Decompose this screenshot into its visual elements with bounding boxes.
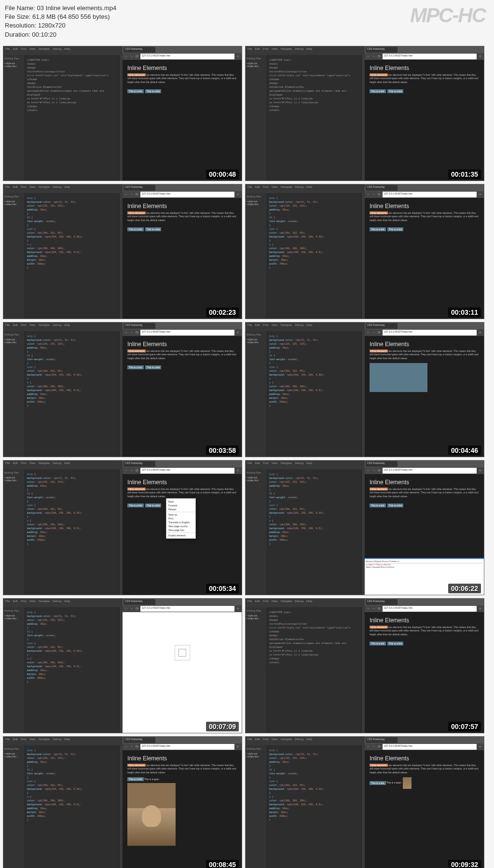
inline-link[interactable]: This is a link	[370, 89, 386, 93]
editor-sidebar[interactable]: Working Files• style.css• index.htm	[3, 607, 25, 733]
inline-link[interactable]: This is a link	[145, 227, 162, 231]
menu-item[interactable]: Help	[64, 462, 70, 468]
forward-icon[interactable]: →	[130, 745, 134, 749]
browser-tab[interactable]: CSS Positioning	[366, 461, 398, 467]
browser-tab[interactable]: CSS Positioning	[366, 737, 398, 743]
browser-tabbar[interactable]: CSS Positioning	[365, 599, 484, 605]
menu-icon[interactable]: ≡	[236, 469, 240, 473]
menu-icon[interactable]: ≡	[236, 55, 240, 58]
menu-item[interactable]: Help	[64, 600, 70, 606]
reload-icon[interactable]: ⟳	[135, 469, 139, 473]
inline-link[interactable]: This is a link	[370, 642, 386, 645]
menu-item[interactable]: Navigate	[39, 462, 50, 468]
menu-item[interactable]: Find	[21, 185, 27, 192]
editor-sidebar[interactable]: Working Files• style.css• index.htm	[3, 469, 25, 595]
reload-icon[interactable]: ⟳	[377, 607, 381, 611]
menu-item[interactable]: Debug	[295, 462, 303, 468]
browser-tabbar[interactable]: CSS Positioning	[365, 322, 484, 329]
browser-tabbar[interactable]: CSS Positioning	[365, 737, 484, 743]
menu-icon[interactable]: ≡	[478, 193, 482, 196]
browser-tab[interactable]: CSS Positioning	[366, 185, 398, 191]
url-field[interactable]: 127.0.0.1:54157/index.htm	[140, 54, 234, 59]
context-menu-item[interactable]: Forward	[166, 504, 195, 507]
menu-item[interactable]: Help	[306, 323, 312, 330]
inline-link[interactable]: This is a link	[145, 89, 162, 93]
forward-icon[interactable]: →	[130, 469, 134, 473]
browser-tab[interactable]: CSS Positioning	[366, 47, 398, 53]
reload-icon[interactable]: ⟳	[135, 607, 139, 611]
menu-item[interactable]: File	[5, 462, 10, 468]
editor-sidebar[interactable]: Working Files• style.css• index.htm	[3, 745, 25, 868]
menu-item[interactable]: Help	[64, 323, 70, 330]
inline-link[interactable]: This is a link	[370, 781, 386, 785]
editor-sidebar[interactable]: Working Files• style.css• index.htm	[246, 607, 267, 733]
reload-icon[interactable]: ⟳	[377, 193, 381, 196]
menu-item[interactable]: Debug	[53, 738, 61, 744]
menu-item[interactable]: Debug	[295, 185, 303, 192]
browser-tab[interactable]: CSS Positioning	[124, 185, 155, 191]
code-area[interactable]: <!DOCTYPE html><html> <head> <title>Posi…	[267, 55, 361, 181]
menu-item[interactable]: File	[5, 600, 10, 606]
menu-item[interactable]: Debug	[295, 738, 303, 744]
menu-item[interactable]: View	[29, 738, 36, 744]
menu-item[interactable]: Find	[263, 462, 269, 468]
menu-item[interactable]: File	[247, 323, 252, 330]
inline-link[interactable]: This is a link	[127, 227, 144, 231]
inline-link[interactable]: This is a link	[370, 504, 386, 507]
menu-item[interactable]: Find	[21, 462, 27, 468]
browser-tab[interactable]: CSS Positioning	[124, 737, 155, 743]
inline-link[interactable]: This is a link	[145, 504, 162, 507]
url-field[interactable]: 127.0.0.1:54157/index.htm	[383, 744, 477, 750]
url-field[interactable]: 127.0.0.1:54157/index.htm	[383, 606, 477, 612]
menu-item[interactable]: Help	[306, 600, 312, 606]
editor-menubar[interactable]: FileEditFindViewNavigateDebugHelp	[246, 461, 365, 469]
code-area[interactable]: body { background-color: rgb(51, 51, 51)…	[25, 469, 119, 595]
menu-item[interactable]: Edit	[255, 600, 260, 606]
back-icon[interactable]: ←	[124, 745, 128, 749]
back-icon[interactable]: ←	[124, 55, 128, 58]
menu-item[interactable]: Navigate	[39, 47, 50, 54]
menu-item[interactable]: Edit	[13, 47, 18, 54]
editor-menubar[interactable]: FileEditFindViewNavigateDebugHelp	[3, 322, 123, 331]
browser-tab[interactable]: CSS Positioning	[124, 323, 155, 329]
forward-icon[interactable]: →	[372, 469, 376, 473]
inline-link[interactable]: This is a link	[127, 89, 144, 93]
browser-tab[interactable]: CSS Positioning	[124, 47, 155, 53]
inline-link[interactable]: This is a link	[127, 777, 144, 781]
menu-item[interactable]: Find	[21, 600, 27, 606]
menu-item[interactable]: Help	[64, 185, 70, 192]
forward-icon[interactable]: →	[372, 193, 376, 196]
code-area[interactable]: body { background-color: rgb(51, 51, 51)…	[267, 745, 361, 868]
url-field[interactable]: 127.0.0.1:54157/index.htm	[383, 468, 477, 474]
forward-icon[interactable]: →	[372, 55, 376, 58]
editor-sidebar[interactable]: Working Files• style.css• index.htm	[246, 469, 267, 595]
menu-item[interactable]: Help	[306, 738, 312, 744]
browser-tabbar[interactable]: CSS Positioning	[123, 599, 242, 605]
url-field[interactable]: 127.0.0.1:54157/index.htm	[140, 468, 234, 474]
browser-tab[interactable]: CSS Positioning	[366, 599, 398, 605]
reload-icon[interactable]: ⟳	[135, 193, 139, 196]
browser-tab[interactable]: CSS Positioning	[124, 461, 155, 467]
menu-item[interactable]: Navigate	[281, 185, 292, 192]
menu-icon[interactable]: ≡	[236, 607, 240, 611]
back-icon[interactable]: ←	[367, 745, 370, 749]
menu-item[interactable]: File	[247, 185, 252, 192]
menu-item[interactable]: Edit	[255, 47, 260, 54]
context-menu-item[interactable]: Back	[166, 500, 195, 504]
menu-item[interactable]: View	[272, 738, 278, 744]
menu-item[interactable]: View	[272, 600, 278, 606]
browser-tabbar[interactable]: CSS Positioning	[123, 737, 242, 743]
code-area[interactable]: body { background-color: rgb(51, 51, 51)…	[267, 331, 361, 457]
editor-menubar[interactable]: FileEditFindViewNavigateDebugHelp	[246, 599, 365, 607]
forward-icon[interactable]: →	[372, 331, 376, 335]
reload-icon[interactable]: ⟳	[377, 469, 381, 473]
menu-item[interactable]: File	[247, 600, 252, 606]
menu-item[interactable]: Debug	[295, 323, 303, 330]
context-menu-item[interactable]: Save as...	[166, 513, 195, 517]
menu-item[interactable]: View	[29, 185, 36, 192]
back-icon[interactable]: ←	[124, 469, 128, 473]
inline-link[interactable]: This is a link	[387, 89, 404, 93]
browser-tabbar[interactable]: CSS Positioning	[123, 461, 242, 467]
code-area[interactable]: body { background-color: rgb(51, 51, 51)…	[25, 745, 119, 868]
back-icon[interactable]: ←	[367, 193, 370, 196]
